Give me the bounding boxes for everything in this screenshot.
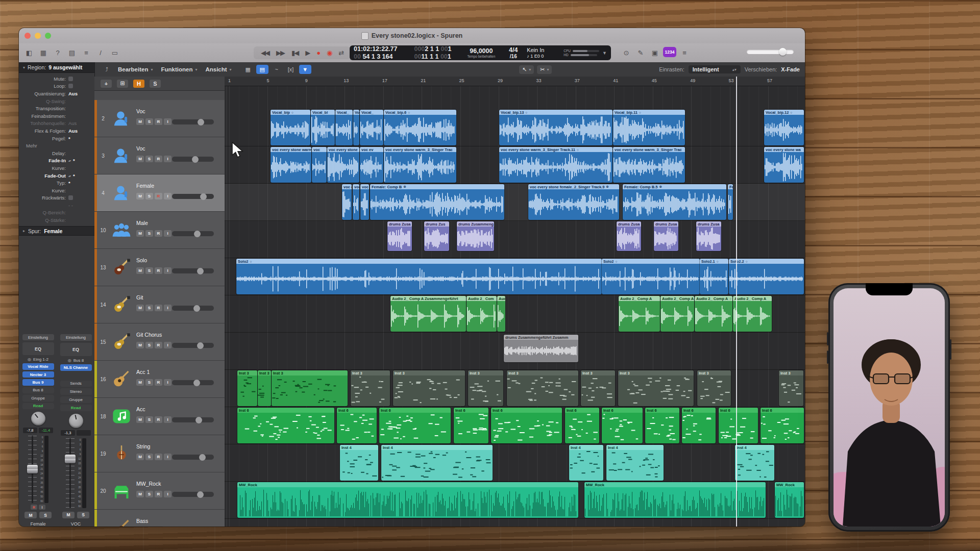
region-drums-zusa[interactable]: drums Zusa <box>654 221 678 251</box>
region-inst-4[interactable]: Inst 4 <box>381 445 493 481</box>
record-enable-button[interactable]: R <box>155 342 162 348</box>
solo-button[interactable]: S <box>145 379 153 386</box>
track-volume-slider[interactable] <box>172 194 214 199</box>
menu-funktionen[interactable]: Funktionen▾ <box>157 65 201 74</box>
region-drums-zusa[interactable]: drums Zusa <box>617 221 641 251</box>
region-vocal-[interactable]: Vocal_ <box>335 110 353 145</box>
track-lane-mw_rock[interactable]: MW_RockMW_RockMW_Rock <box>225 482 805 519</box>
region-inst-3[interactable]: Inst 3 <box>618 370 694 406</box>
input-monitor-button[interactable]: I <box>164 416 172 423</box>
input-monitor-button[interactable]: I <box>164 305 172 311</box>
input-slot[interactable]: ◎Bus 8 <box>68 358 84 363</box>
solo-button[interactable]: S <box>145 416 153 423</box>
region-drums-zusammengef-hrt-zusamm[interactable]: drums Zusammengeführt Zusamm <box>504 335 578 362</box>
track-inspector-header[interactable]: ▸Spur:Female <box>19 226 94 236</box>
region-mw-rock[interactable]: MW_Rock <box>237 482 578 518</box>
input-monitor-button[interactable]: I <box>164 118 172 125</box>
record-enable-button[interactable]: R <box>155 156 162 162</box>
solo-button[interactable]: S <box>145 454 153 460</box>
region-inst-3[interactable]: Inst 3 <box>258 370 271 406</box>
region-voc[interactable]: voc <box>353 184 359 220</box>
region-voc-every-stone-warm-3-singer-track-11[interactable]: voc every stone warm_3_Singer Track.11○ <box>499 147 612 183</box>
region-inst-4[interactable]: Inst 4 <box>735 445 774 481</box>
solo-button[interactable]: S <box>77 512 89 518</box>
track-lane-bass[interactable] <box>225 519 805 527</box>
solo-button[interactable]: S <box>145 342 153 348</box>
toolbar-icon[interactable]: ▤ <box>66 47 78 58</box>
mute-button[interactable]: M <box>136 230 144 237</box>
lcd-chevron-icon[interactable]: ▼ <box>602 51 607 56</box>
param-value[interactable]: Aus <box>68 128 78 134</box>
solo-button[interactable]: S <box>145 156 153 162</box>
pan-knob[interactable] <box>31 412 45 425</box>
key-commands-badge[interactable]: 1234 <box>663 47 676 57</box>
volume-value[interactable]: -7,8 <box>23 428 37 433</box>
track-volume-slider[interactable] <box>172 380 214 385</box>
region-voc-every-stone-wa[interactable]: voc every stone wa <box>764 147 804 183</box>
solo-button[interactable]: S <box>145 193 153 199</box>
region-inst-4[interactable]: Inst 4 <box>340 445 378 481</box>
plugin-slot[interactable]: Nectar 3 <box>22 371 54 378</box>
editors-icon[interactable]: ▭ <box>109 47 121 58</box>
add-track-button[interactable]: + <box>101 80 112 88</box>
solo-button[interactable]: S <box>145 118 153 125</box>
track-lane-male[interactable]: drums Zusadrums Zusdrums Zusammengdrums … <box>225 221 805 258</box>
region-inst-6[interactable]: Inst 6 <box>682 408 716 443</box>
region-voc[interactable]: Voc <box>353 110 359 145</box>
region-vocal-bip[interactable]: Vocal_bip○ <box>271 110 310 145</box>
automation-mode-button[interactable]: Read <box>60 405 92 411</box>
channel-fader[interactable]: 03691215182124303540455060 <box>66 438 86 508</box>
region-solo2[interactable]: Solo2○ <box>236 259 602 294</box>
duplicate-track-button[interactable]: ⊞ <box>117 80 128 88</box>
mute-button[interactable]: M <box>62 512 75 518</box>
list-editors-icon[interactable]: ▣ <box>649 47 661 58</box>
region-audio-2-comp-a-zusammengef-hrt[interactable]: Audio 2_ Comp A Zusammengeführt <box>390 296 466 332</box>
list-icon[interactable]: ≡ <box>678 47 691 58</box>
track-header-solo[interactable]: 13SoloMSRI <box>94 249 225 286</box>
track-header-bass[interactable]: Bass <box>94 510 225 527</box>
volume-value[interactable]: -1,3 <box>61 430 75 436</box>
forward-button[interactable]: ▶▶ <box>276 49 284 56</box>
track-volume-slider[interactable] <box>172 231 214 236</box>
region-inst-6[interactable]: Inst 6 <box>454 408 488 443</box>
settings-button[interactable]: Einstellung <box>22 334 54 340</box>
track-volume-slider[interactable] <box>172 157 214 162</box>
track-header-git-chorus[interactable]: 15Git ChorusMSRI <box>94 323 225 361</box>
region-mw-rock[interactable]: MW_Rock <box>584 482 766 518</box>
mute-button[interactable]: M <box>136 156 144 162</box>
region-voc-ev[interactable]: voc ev <box>360 184 369 220</box>
plugin-slot[interactable]: NLS Channe <box>60 364 92 371</box>
region-voc-every-stone[interactable]: voc every stone <box>327 147 359 183</box>
mute-button[interactable]: M <box>136 416 144 423</box>
param-value[interactable]: * <box>68 180 70 186</box>
region-inst-6[interactable]: Inst 6 <box>645 408 679 443</box>
region-inst-6[interactable]: Inst 6 <box>237 408 334 443</box>
track-volume-slider[interactable] <box>172 417 214 422</box>
param-value[interactable]: - - <box>68 203 73 208</box>
solo-button[interactable]: S <box>145 230 153 237</box>
region-inst-4[interactable]: Inst 4 <box>606 445 664 481</box>
rewind-button[interactable]: ◀◀ <box>261 49 269 56</box>
region-inst-6[interactable]: Inst 6 <box>337 408 377 443</box>
region-mw-rock[interactable]: MW_Rock <box>775 482 804 518</box>
region-audio-2-comp-a[interactable]: Audio 2_ Comp A <box>619 296 660 332</box>
region-audio-2-com[interactable]: Audio 2_ Com <box>467 296 497 332</box>
region-solo2-1[interactable]: Solo2.1○ <box>700 259 728 294</box>
region-vocal-bip-6[interactable]: Vocal_bip.6○ <box>384 110 456 145</box>
snap-select[interactable]: Intelligent▴▾ <box>689 65 741 73</box>
region-solo2-2[interactable]: Solo2.2○ <box>729 259 804 294</box>
fader-cap[interactable] <box>27 465 38 473</box>
mute-button[interactable]: M <box>24 512 37 518</box>
track-header-male[interactable]: 10MaleMSRI <box>94 212 225 249</box>
param-checkbox[interactable] <box>68 77 73 81</box>
eq-display[interactable]: EQ <box>60 343 92 356</box>
region-inst-3[interactable]: Inst 3 <box>468 370 503 406</box>
region-inst-6[interactable]: Inst 6 <box>379 408 451 443</box>
track-header-voc[interactable]: 3VocMSRI <box>94 137 225 174</box>
record-enable-button[interactable]: R <box>155 230 162 237</box>
hide-tracks-button[interactable]: H <box>133 80 144 88</box>
capture-button[interactable]: ◉ <box>327 49 331 56</box>
record-enable-button[interactable]: R <box>31 505 37 510</box>
solo-button[interactable]: S <box>39 512 52 518</box>
flex-icon[interactable]: [x] <box>285 65 297 74</box>
